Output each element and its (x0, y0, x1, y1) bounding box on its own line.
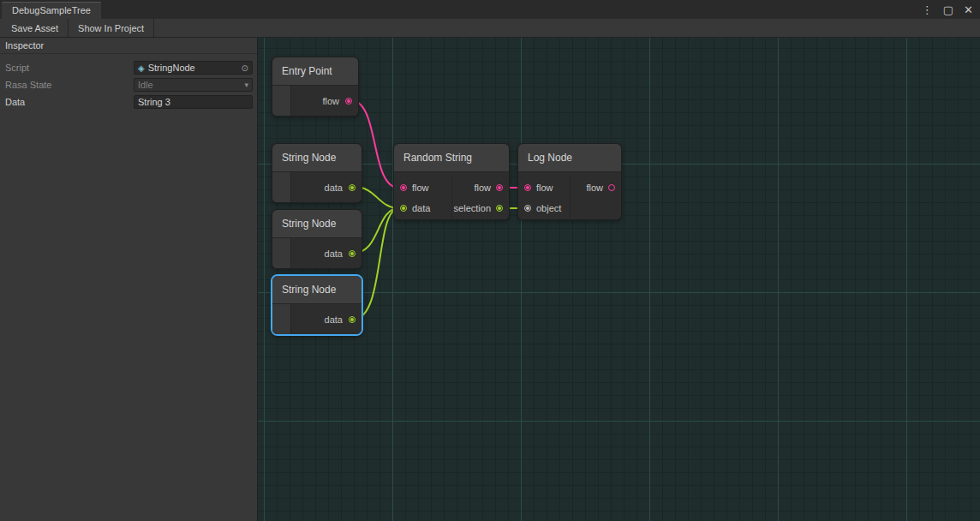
port-label: selection (454, 203, 491, 213)
script-object-field[interactable]: ◈ StringNode ⊙ (134, 61, 253, 75)
data-output-port[interactable] (349, 184, 356, 191)
close-icon[interactable]: ✕ (964, 4, 973, 15)
port-label: flow (474, 183, 491, 193)
maximize-icon[interactable]: ▢ (943, 4, 953, 15)
port-label: object (536, 203, 561, 213)
graph-canvas[interactable]: Entry Point flow String Node data St (258, 38, 980, 521)
script-value: StringNode (148, 63, 195, 73)
tab-debug-sample-tree[interactable]: DebugSampleTree (2, 2, 101, 19)
flow-input-port[interactable] (400, 184, 407, 191)
flow-output-port[interactable] (345, 98, 352, 105)
node-string-2[interactable]: String Node data (272, 209, 362, 269)
flow-input-port[interactable] (524, 184, 531, 191)
node-string-1[interactable]: String Node data (272, 143, 362, 203)
port-row: flow flow (394, 177, 509, 198)
rasa-state-value: Idle (138, 80, 153, 90)
node-random-string[interactable]: Random String flow flow (393, 143, 510, 220)
script-row: Script ◈ StringNode ⊙ (0, 59, 257, 76)
data-value: String 3 (138, 97, 170, 107)
port-row: data (272, 172, 362, 202)
port-row: data selection (394, 198, 509, 219)
port-row: flow flow (518, 177, 621, 198)
show-in-project-button[interactable]: Show In Project (69, 19, 154, 37)
node-log[interactable]: Log Node flow flow (517, 143, 622, 220)
node-title: Log Node (518, 144, 621, 172)
menu-icon[interactable]: ⋮ (922, 4, 933, 15)
data-row: Data String 3 (0, 93, 257, 111)
script-icon: ◈ (138, 63, 145, 73)
port-label: data (325, 249, 349, 259)
save-asset-button[interactable]: Save Asset (2, 19, 69, 37)
node-title: String Node (272, 276, 362, 304)
node-left-strip (272, 86, 291, 116)
tab-label: DebugSampleTree (12, 5, 91, 15)
port-row: flow (272, 86, 358, 116)
object-input-port[interactable] (524, 205, 531, 212)
port-label: flow (536, 183, 553, 193)
port-label: data (325, 314, 349, 325)
edges-layer (258, 38, 980, 521)
port-row: object (518, 198, 621, 219)
port-row: data (272, 304, 362, 334)
node-left-strip (272, 172, 291, 202)
port-label: data (325, 183, 349, 193)
window-titlebar: DebugSampleTree ⋮ ▢ ✕ (0, 0, 980, 19)
node-title: Entry Point (272, 57, 358, 86)
rasa-state-row: Rasa State Idle ▾ (0, 76, 257, 93)
port-label: flow (322, 96, 345, 106)
chevron-down-icon: ▾ (244, 81, 248, 89)
data-label: Data (5, 97, 134, 107)
rasa-state-dropdown[interactable]: Idle ▾ (134, 78, 253, 92)
inspector-header: Inspector (0, 38, 257, 54)
asset-toolbar: Save Asset Show In Project (0, 19, 980, 38)
data-input-port[interactable] (400, 205, 407, 212)
rasa-state-label: Rasa State (5, 80, 134, 90)
inspector-panel: Inspector Script ◈ StringNode ⊙ Rasa Sta… (0, 38, 258, 521)
port-row: data (272, 238, 362, 268)
node-left-strip (272, 304, 291, 334)
node-left-strip (272, 238, 291, 268)
port-label: flow (412, 183, 429, 193)
node-string-3-selected[interactable]: String Node data (271, 274, 363, 336)
selection-output-port[interactable] (496, 205, 503, 212)
object-picker-icon[interactable]: ⊙ (242, 63, 248, 73)
empty-output-cell (570, 198, 622, 219)
data-output-port[interactable] (349, 250, 356, 257)
node-title: String Node (272, 144, 362, 172)
data-output-port[interactable] (349, 316, 356, 323)
node-entry-point[interactable]: Entry Point flow (272, 57, 359, 117)
node-title: Random String (394, 144, 509, 172)
data-text-field[interactable]: String 3 (134, 95, 253, 109)
flow-output-port-unconnected[interactable] (608, 184, 615, 191)
flow-output-port[interactable] (496, 184, 503, 191)
node-title: String Node (272, 210, 362, 238)
window-controls: ⋮ ▢ ✕ (922, 0, 973, 19)
port-label: data (412, 203, 430, 213)
script-label: Script (5, 63, 134, 73)
port-label: flow (586, 183, 603, 193)
